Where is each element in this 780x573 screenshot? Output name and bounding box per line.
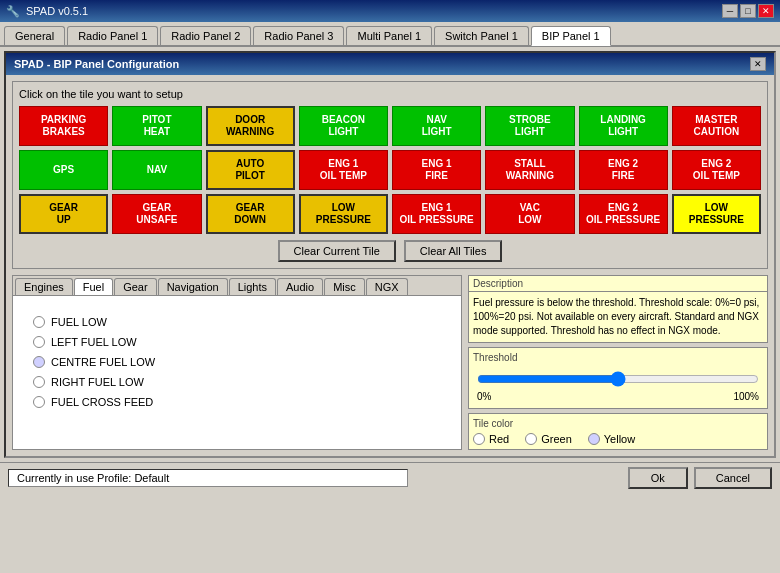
ok-button[interactable]: Ok — [628, 467, 688, 489]
threshold-title: Threshold — [473, 352, 763, 363]
close-button[interactable]: ✕ — [758, 4, 774, 18]
description-box: Description Fuel pressure is below the t… — [468, 275, 768, 343]
tile-gear-unsafe[interactable]: GEARUNSAFE — [112, 194, 201, 234]
right-fuel-low-radio[interactable] — [33, 376, 45, 388]
tile-master-caution[interactable]: MASTERCAUTION — [672, 106, 761, 146]
tab-gear[interactable]: Gear — [114, 278, 156, 295]
tile-door-warning[interactable]: DOORWARNING — [206, 106, 295, 146]
tile-beacon-light[interactable]: BEACONLIGHT — [299, 106, 388, 146]
tab-fuel[interactable]: Fuel — [74, 278, 113, 295]
status-buttons: Ok Cancel — [628, 467, 772, 489]
threshold-slider[interactable] — [477, 371, 759, 387]
status-text: Currently in use Profile: Default — [8, 469, 408, 487]
tab-lights[interactable]: Lights — [229, 278, 276, 295]
maximize-button[interactable]: □ — [740, 4, 756, 18]
tile-pitot-heat[interactable]: PITOTHEAT — [112, 106, 201, 146]
color-green-radio[interactable] — [525, 433, 537, 445]
tab-misc[interactable]: Misc — [324, 278, 365, 295]
main-window: SPAD - BIP Panel Configuration ✕ Click o… — [0, 47, 780, 462]
left-panel: Engines Fuel Gear Navigation Lights Audi… — [12, 275, 462, 450]
right-panel: Description Fuel pressure is below the t… — [468, 275, 768, 450]
tiles-section: Click on the tile you want to setup PARK… — [12, 81, 768, 269]
color-red-label: Red — [489, 433, 509, 445]
tile-color-title: Tile color — [473, 418, 763, 429]
slider-labels: 0% 100% — [477, 391, 759, 402]
bip-panel: SPAD - BIP Panel Configuration ✕ Click o… — [4, 51, 776, 458]
tile-color-box: Tile color Red Green Yellow — [468, 413, 768, 450]
tile-strobe-light[interactable]: STROBELIGHT — [485, 106, 574, 146]
fuel-low-label: FUEL LOW — [51, 316, 107, 328]
fuel-low-option[interactable]: FUEL LOW — [33, 316, 441, 328]
main-tab-multi-panel-1[interactable]: Multi Panel 1 — [346, 26, 432, 45]
tile-nav-light[interactable]: NAVLIGHT — [392, 106, 481, 146]
tile-gps[interactable]: GPS — [19, 150, 108, 190]
left-fuel-low-label: LEFT FUEL LOW — [51, 336, 137, 348]
title-bar: 🔧 SPAD v0.5.1 ─ □ ✕ — [0, 0, 780, 22]
slider-max-label: 100% — [733, 391, 759, 402]
app-icon: 🔧 — [6, 5, 20, 18]
tile-auto-pilot[interactable]: AUTOPILOT — [206, 150, 295, 190]
tile-eng1-fire[interactable]: ENG 1FIRE — [392, 150, 481, 190]
main-tab-radio-panel-3[interactable]: Radio Panel 3 — [253, 26, 344, 45]
cancel-button[interactable]: Cancel — [694, 467, 772, 489]
main-tab-switch-panel-1[interactable]: Switch Panel 1 — [434, 26, 529, 45]
main-tabs-bar: GeneralRadio Panel 1Radio Panel 2Radio P… — [0, 22, 780, 47]
main-tab-general[interactable]: General — [4, 26, 65, 45]
tab-ngx[interactable]: NGX — [366, 278, 408, 295]
left-fuel-low-option[interactable]: LEFT FUEL LOW — [33, 336, 441, 348]
centre-fuel-low-radio[interactable] — [33, 356, 45, 368]
left-fuel-low-radio[interactable] — [33, 336, 45, 348]
main-tab-radio-panel-2[interactable]: Radio Panel 2 — [160, 26, 251, 45]
tile-nav[interactable]: NAV — [112, 150, 201, 190]
bottom-tabs: Engines Fuel Gear Navigation Lights Audi… — [13, 276, 461, 296]
description-title: Description — [469, 276, 767, 292]
tile-eng2-oil-pressure[interactable]: ENG 2OIL PRESSURE — [579, 194, 668, 234]
tiles-grid: PARKINGBRAKES PITOTHEAT DOORWARNING BEAC… — [19, 106, 761, 234]
bip-header-right: ✕ — [650, 57, 766, 71]
right-fuel-low-label: RIGHT FUEL LOW — [51, 376, 144, 388]
tile-low-pressure[interactable]: LOWPRESSURE — [299, 194, 388, 234]
fuel-low-radio[interactable] — [33, 316, 45, 328]
color-red-radio[interactable] — [473, 433, 485, 445]
color-yellow-label: Yellow — [604, 433, 635, 445]
tile-eng1-oil-pressure[interactable]: ENG 1OIL PRESSURE — [392, 194, 481, 234]
clear-all-tiles-button[interactable]: Clear All Tiles — [404, 240, 503, 262]
tab-engines[interactable]: Engines — [15, 278, 73, 295]
tile-eng1-oil-temp[interactable]: ENG 1OIL TEMP — [299, 150, 388, 190]
fuel-cross-feed-label: FUEL CROSS FEED — [51, 396, 153, 408]
tile-eng2-fire[interactable]: ENG 2FIRE — [579, 150, 668, 190]
fuel-options: FUEL LOW LEFT FUEL LOW CENTRE FUEL LOW R… — [13, 296, 461, 428]
tile-buttons: Clear Current Tile Clear All Tiles — [19, 240, 761, 262]
clear-current-tile-button[interactable]: Clear Current Tile — [278, 240, 396, 262]
threshold-box: Threshold 0% 100% — [468, 347, 768, 409]
slider-container: 0% 100% — [473, 367, 763, 404]
right-fuel-low-option[interactable]: RIGHT FUEL LOW — [33, 376, 441, 388]
tile-vac-low[interactable]: VACLOW — [485, 194, 574, 234]
bip-close-button[interactable]: ✕ — [750, 57, 766, 71]
tile-eng2-oil-temp[interactable]: ENG 2OIL TEMP — [672, 150, 761, 190]
centre-fuel-low-label: CENTRE FUEL LOW — [51, 356, 155, 368]
minimize-button[interactable]: ─ — [722, 4, 738, 18]
main-tab-bip-panel-1[interactable]: BIP Panel 1 — [531, 26, 611, 46]
tile-low-pressure-selected[interactable]: LOWPRESSURE — [672, 194, 761, 234]
title-bar-left: 🔧 SPAD v0.5.1 — [6, 5, 88, 18]
centre-fuel-low-option[interactable]: CENTRE FUEL LOW — [33, 356, 441, 368]
fuel-cross-feed-radio[interactable] — [33, 396, 45, 408]
tab-navigation[interactable]: Navigation — [158, 278, 228, 295]
tab-audio[interactable]: Audio — [277, 278, 323, 295]
tile-stall-warning[interactable]: STALLWARNING — [485, 150, 574, 190]
main-tab-radio-panel-1[interactable]: Radio Panel 1 — [67, 26, 158, 45]
bip-header: SPAD - BIP Panel Configuration ✕ — [6, 53, 774, 75]
color-red-option[interactable]: Red — [473, 433, 509, 445]
color-yellow-radio[interactable] — [588, 433, 600, 445]
tile-gear-up[interactable]: GEARUP — [19, 194, 108, 234]
title-bar-controls: ─ □ ✕ — [722, 4, 774, 18]
description-text: Fuel pressure is below the threshold. Th… — [469, 292, 767, 342]
tile-landing-light[interactable]: LANDINGLIGHT — [579, 106, 668, 146]
fuel-cross-feed-option[interactable]: FUEL CROSS FEED — [33, 396, 441, 408]
status-bar: Currently in use Profile: Default Ok Can… — [0, 462, 780, 492]
color-green-option[interactable]: Green — [525, 433, 572, 445]
tile-gear-down[interactable]: GEARDOWN — [206, 194, 295, 234]
tile-parking-brakes[interactable]: PARKINGBRAKES — [19, 106, 108, 146]
color-yellow-option[interactable]: Yellow — [588, 433, 635, 445]
